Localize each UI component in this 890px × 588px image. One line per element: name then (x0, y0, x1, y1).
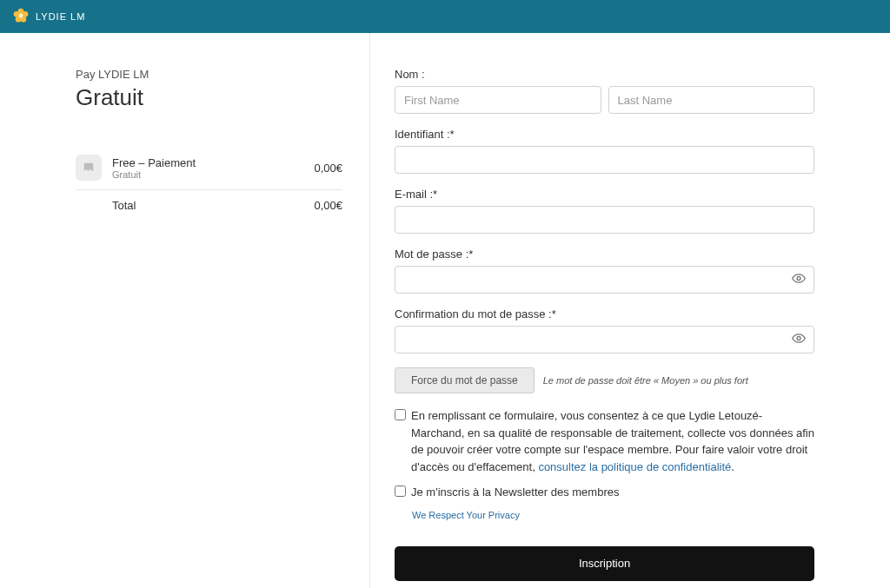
consent-checkbox[interactable] (395, 409, 406, 420)
username-label: Identifiant :* (395, 128, 814, 141)
signup-form: Nom : Identifiant :* E-mail :* Mot de pa… (369, 33, 814, 588)
svg-point-7 (797, 337, 800, 340)
flower-logo-icon (12, 7, 30, 27)
vertical-divider (369, 33, 370, 588)
password-strength-indicator: Force du mot de passe (395, 367, 535, 393)
confirm-password-label: Confirmation du mot de passe :* (395, 307, 814, 320)
consent-text: En remplissant ce formulaire, vous conse… (411, 407, 814, 475)
confirm-password-input[interactable] (395, 326, 814, 353)
line-item: Free – Paiement Gratuit 0,00€ (76, 146, 342, 190)
password-strength-note: Le mot de passe doit être « Moyen » ou p… (543, 375, 748, 386)
last-name-input[interactable] (608, 86, 815, 114)
product-placeholder-icon (76, 155, 102, 181)
item-price: 0,00€ (314, 162, 342, 175)
brand-name: LYDIE LM (36, 11, 85, 22)
submit-button[interactable]: Inscription (395, 546, 814, 581)
username-input[interactable] (395, 146, 814, 174)
eye-icon[interactable] (792, 332, 806, 348)
first-name-input[interactable] (395, 86, 601, 114)
email-label: E-mail :* (395, 188, 814, 201)
top-bar: LYDIE LM (0, 0, 890, 33)
total-price: 0,00€ (314, 199, 342, 212)
newsletter-checkbox[interactable] (395, 486, 406, 497)
brand[interactable]: LYDIE LM (12, 7, 85, 27)
pay-label: Pay LYDIE LM (76, 68, 342, 81)
newsletter-label: Je m'inscris à la Newsletter des membres (411, 484, 619, 501)
svg-point-6 (797, 277, 800, 281)
svg-point-1 (23, 11, 29, 17)
item-sub: Gratuit (112, 169, 314, 180)
total-row: Total 0,00€ (76, 190, 342, 221)
name-label: Nom : (395, 68, 814, 81)
privacy-note-link[interactable]: We Respect Your Privacy (412, 510, 814, 520)
privacy-policy-link[interactable]: consultez la politique de confidentialit… (538, 460, 731, 473)
item-name: Free – Paiement (112, 156, 314, 169)
summary-pane: Pay LYDIE LM Gratuit Free – Paiement Gra… (76, 33, 369, 588)
password-label: Mot de passe :* (395, 248, 814, 261)
consent-period: . (731, 460, 734, 473)
password-input[interactable] (395, 266, 814, 294)
svg-point-5 (19, 13, 23, 17)
svg-point-2 (14, 11, 20, 17)
total-label: Total (112, 199, 314, 212)
plan-title: Gratuit (76, 84, 342, 111)
eye-icon[interactable] (792, 272, 806, 288)
email-input[interactable] (395, 206, 814, 234)
